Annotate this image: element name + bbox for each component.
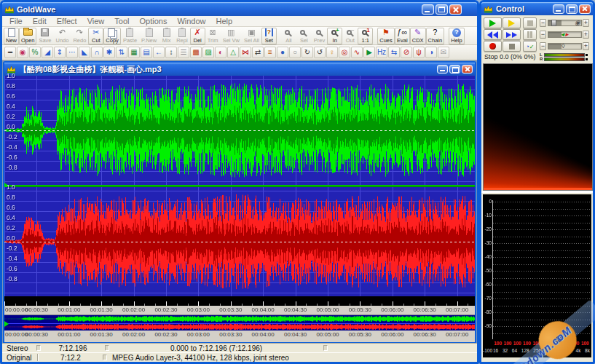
maximize-button[interactable] [436, 4, 448, 15]
menu-window[interactable]: Window [173, 17, 210, 25]
crossfade-effect[interactable]: ▤ [141, 47, 152, 58]
volume-plus-button[interactable]: + [583, 19, 589, 27]
band-value: 100 [494, 341, 502, 346]
open-button[interactable]: Open [19, 28, 36, 44]
cues-button[interactable]: ⚑Cues [377, 28, 395, 44]
left-channel-waveform[interactable] [4, 76, 475, 185]
doppler-effect[interactable]: ◉ [17, 47, 28, 58]
status-grip[interactable] [36, 345, 41, 351]
mixer-effect[interactable]: ▦ [128, 47, 140, 58]
fade-effect[interactable]: ◢ [42, 47, 53, 58]
close-button[interactable] [449, 4, 462, 15]
maximize-volume-effect[interactable]: ↕ [165, 47, 177, 58]
time-warp-effect[interactable]: ⋈ [240, 47, 251, 58]
record-stop-button[interactable] [503, 41, 521, 52]
target-effect[interactable]: ◎ [339, 47, 350, 58]
right-channel-waveform[interactable] [4, 187, 475, 296]
loop-back-effect[interactable]: ↻ [302, 47, 313, 58]
channel-mixer-effect[interactable]: ⇅ [116, 47, 127, 58]
balance-slider[interactable]: ◂ ▸ [548, 31, 582, 38]
help-button[interactable]: ?Help [449, 28, 464, 44]
pause-button[interactable] [523, 29, 537, 40]
frequency-effect[interactable]: Hz [376, 47, 387, 58]
status-grip[interactable] [103, 355, 107, 360]
ramp-effect[interactable]: ◣ [79, 47, 90, 58]
1-1-button[interactable]: 11:1 [358, 28, 373, 44]
menu-edit[interactable]: Edit [28, 17, 51, 25]
noise-reduction-effect[interactable]: ✱ [103, 47, 115, 58]
control-close-button[interactable] [579, 4, 591, 14]
cdx-button[interactable]: ✎CDX [410, 28, 426, 44]
in-button[interactable]: +In [327, 28, 342, 44]
time-label: 00:00:30 [19, 306, 54, 313]
document-maximize-button[interactable] [449, 65, 460, 74]
overview-strip[interactable] [4, 314, 475, 331]
minimize-button[interactable] [422, 4, 434, 15]
broadcast-effect[interactable]: ψ [413, 47, 425, 58]
channel-bars-effect[interactable]: ☰ [178, 47, 189, 58]
playback-device-effect[interactable]: ● [277, 47, 288, 58]
speed-minus-button[interactable]: − [540, 42, 546, 50]
visual-divider [481, 191, 593, 193]
status-grip[interactable] [105, 345, 109, 351]
play-all-button[interactable] [503, 17, 521, 28]
control-titlebar[interactable]: Control [481, 2, 593, 15]
monitor-button[interactable]: ◔✓ [523, 41, 537, 52]
speed-effect[interactable]: ◑ [425, 47, 437, 58]
stop-button[interactable] [523, 17, 537, 28]
document-minimize-button[interactable] [437, 65, 448, 74]
oscillator-effect[interactable]: ∿ [351, 47, 363, 58]
microphone-effect[interactable]: ♀ [326, 47, 338, 58]
time-label: 00:07:00 [440, 306, 475, 313]
speed-slider[interactable]: ◊ [548, 43, 582, 50]
set-button[interactable]: ?Set [261, 28, 277, 44]
pan-effect[interactable]: ◐ [215, 47, 226, 58]
balance-minus-button[interactable]: − [540, 31, 546, 39]
menu-effect[interactable]: Effect [52, 17, 82, 25]
flatten-effect[interactable]: ━ [4, 47, 16, 58]
status-grip[interactable] [323, 345, 328, 351]
play-effect[interactable]: ▶ [363, 47, 375, 58]
mute-effect[interactable]: ⊘ [401, 47, 412, 58]
interpolate-effect[interactable]: ▩ [190, 47, 202, 58]
silence-effect[interactable]: ○ [289, 47, 301, 58]
loop-effect[interactable]: ↺ [314, 47, 326, 58]
speed-plus-button[interactable]: + [583, 42, 589, 50]
eval-button[interactable]: ƒ∞Eval [395, 28, 410, 44]
rewind-button[interactable] [484, 29, 502, 40]
control-minimize-button[interactable] [553, 4, 564, 14]
menu-file[interactable]: File [5, 17, 27, 25]
control-maximize-button[interactable] [566, 4, 578, 14]
main-titlebar[interactable]: GoldWave [2, 2, 477, 16]
expression-effect[interactable]: % [29, 47, 41, 58]
volume-minus-button[interactable]: − [540, 19, 546, 27]
document-close-button[interactable] [462, 65, 473, 74]
smooth-effect[interactable]: ▨ [202, 47, 214, 58]
document-titlebar[interactable]: 【酷狗08影视金曲榜】张靓颖-画心.mp3 [4, 63, 475, 76]
resample-effect[interactable]: ⋯ [66, 47, 78, 58]
offset-effect[interactable]: ← [153, 47, 165, 58]
fast-forward-button[interactable] [503, 29, 521, 40]
play-button[interactable] [484, 17, 502, 28]
copy-button[interactable]: Copy [103, 28, 121, 44]
volume-slider[interactable]: ◉ [548, 20, 582, 26]
volume-shape-effect[interactable]: ⇕ [54, 47, 66, 58]
reverse-effect[interactable]: ⇄ [252, 47, 264, 58]
equalizer-effect[interactable]: ≡ [264, 47, 276, 58]
menu-options[interactable]: Options [135, 17, 171, 25]
mail-effect[interactable]: ✉ [438, 47, 449, 58]
menu-tool[interactable]: Tool [110, 17, 133, 25]
menu-help[interactable]: Help [212, 17, 237, 25]
del-button[interactable]: ✗Del [190, 28, 205, 44]
volume-slider-knob[interactable] [551, 20, 556, 26]
balance-plus-button[interactable]: + [583, 31, 589, 39]
parametric-eq-effect[interactable]: ∩ [91, 47, 103, 58]
new-button[interactable]: New [4, 28, 19, 44]
exchange-effect[interactable]: ⇆ [388, 47, 400, 58]
menu-view[interactable]: View [83, 17, 109, 25]
pitch-effect[interactable]: △ [227, 47, 239, 58]
overview-waveform[interactable] [4, 315, 475, 331]
cut-button[interactable]: ✂Cut [88, 28, 103, 44]
record-button[interactable] [484, 41, 502, 52]
chain-button[interactable]: ?Chain [426, 28, 445, 44]
